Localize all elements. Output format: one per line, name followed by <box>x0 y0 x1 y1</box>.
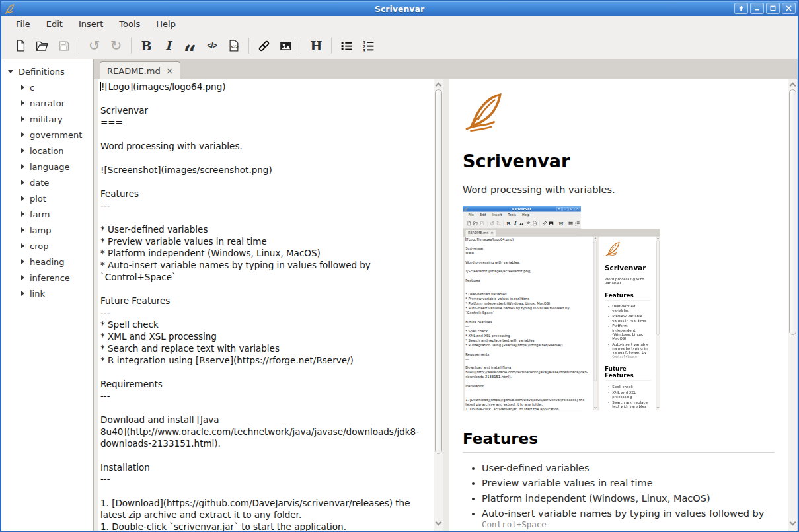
tree-item-link[interactable]: link <box>1 285 93 301</box>
tree-item-government[interactable]: government <box>1 127 93 143</box>
definitions-tree[interactable]: Definitionscnarratormilitarygovernmentlo… <box>1 59 94 531</box>
link-button[interactable] <box>254 36 274 56</box>
tab-close-icon[interactable]: × <box>166 67 174 74</box>
redo-button[interactable]: ↻ <box>106 36 126 56</box>
preview-scrollbar-thumb[interactable] <box>789 89 796 335</box>
editor-line: Word processing with variables. <box>100 141 434 153</box>
preview-bullet: Platform independent (Windows, Linux, Ma… <box>482 493 775 504</box>
editor-line: ![Screenshot](images/screenshot.png) <box>100 165 434 176</box>
inline-code-button[interactable]: </> <box>202 36 222 56</box>
heading-icon: H <box>311 40 323 52</box>
chevron-right-icon[interactable] <box>21 164 24 169</box>
editor-line: --- <box>100 474 434 486</box>
shade-button[interactable] <box>734 3 748 14</box>
new-document-button[interactable] <box>10 36 30 56</box>
save-button[interactable] <box>54 36 74 56</box>
tree-item-military[interactable]: military <box>1 111 93 127</box>
tab-readme[interactable]: README.md × <box>100 61 180 79</box>
chevron-right-icon[interactable] <box>21 259 24 264</box>
editor-line: Future Features <box>100 295 434 307</box>
app-logo-icon <box>4 3 15 15</box>
chevron-right-icon[interactable] <box>21 116 24 122</box>
svg-text:3: 3 <box>363 48 365 52</box>
chevron-right-icon[interactable] <box>21 196 24 201</box>
svg-text:</>: </> <box>534 222 537 225</box>
bullet-list-button[interactable] <box>336 36 357 56</box>
tree-root-label: Definitions <box>19 67 65 77</box>
menu-tools[interactable]: Tools <box>111 17 148 32</box>
markdown-editor[interactable]: ![Logo](images/logo64.png)Scrivenvar===W… <box>98 79 434 531</box>
italic-button[interactable]: I <box>158 36 178 56</box>
tree-item-inference[interactable]: inference <box>1 270 93 285</box>
image-button[interactable] <box>276 36 296 56</box>
tree-item-label: heading <box>30 257 65 267</box>
tree-item-c[interactable]: c <box>1 79 93 95</box>
open-file-button[interactable] <box>32 36 52 56</box>
chevron-right-icon[interactable] <box>21 275 24 280</box>
editor-line: 1. Double-click `scrivenvar.jar` to star… <box>100 521 434 531</box>
tree-item-label: lamp <box>30 225 52 235</box>
chevron-down-icon[interactable] <box>8 70 13 73</box>
window-title: Scrivenvar <box>1 4 798 14</box>
editor-line: --- <box>100 307 434 319</box>
code-file-button[interactable]: </> <box>223 36 244 56</box>
heading-button[interactable]: H <box>306 36 326 56</box>
editor-line: * XML and XSL processing <box>100 331 434 343</box>
chevron-right-icon[interactable] <box>21 243 24 248</box>
tree-item-crop[interactable]: crop <box>1 238 93 254</box>
titlebar[interactable]: Scrivenvar <box>1 1 798 16</box>
editor-line <box>100 212 434 224</box>
chevron-right-icon[interactable] <box>21 132 24 137</box>
editor-line <box>100 402 434 414</box>
chevron-right-icon[interactable] <box>21 291 24 296</box>
preview-scrollbar[interactable] <box>788 79 798 531</box>
new-document-icon <box>14 39 27 52</box>
tree-item-plot[interactable]: plot <box>1 190 93 206</box>
editor-scroll-down-button[interactable] <box>434 520 443 529</box>
menu-help[interactable]: Help <box>148 17 184 32</box>
close-button[interactable] <box>782 3 796 14</box>
editor-line: Download and install [Java <box>100 414 434 426</box>
editor-line: Requirements <box>100 379 434 391</box>
chevron-right-icon[interactable] <box>21 100 24 106</box>
tree-item-label: date <box>30 178 49 188</box>
tree-root-definitions[interactable]: Definitions <box>1 63 93 79</box>
editor-line: * User-defined variables <box>100 224 434 236</box>
tab-label: README.md <box>107 66 161 76</box>
menu-edit[interactable]: Edit <box>38 17 71 32</box>
code-file-icon: </> <box>227 39 241 52</box>
maximize-button[interactable] <box>766 3 780 14</box>
tree-item-narrator[interactable]: narrator <box>1 95 93 111</box>
chevron-right-icon[interactable] <box>21 85 24 90</box>
minimize-button[interactable] <box>750 3 764 14</box>
svg-text:3: 3 <box>576 224 577 226</box>
preview-scroll-up-button[interactable] <box>788 81 797 90</box>
numbered-list-button[interactable]: 123 <box>358 36 379 56</box>
tree-item-farm[interactable]: farm <box>1 206 93 222</box>
chevron-right-icon[interactable] <box>21 227 24 233</box>
tree-item-date[interactable]: date <box>1 174 93 190</box>
menu-insert[interactable]: Insert <box>71 17 111 32</box>
tree-item-location[interactable]: location <box>1 143 93 159</box>
inline-code-icon: </> <box>207 42 216 50</box>
menu-file[interactable]: File <box>8 17 38 32</box>
undo-button[interactable]: ↺ <box>84 36 104 56</box>
editor-scrollbar[interactable] <box>434 79 443 531</box>
editor-scrollbar-thumb[interactable] <box>435 89 442 454</box>
redo-icon: ↻ <box>110 40 122 51</box>
preview-scroll-down-button[interactable] <box>788 520 797 529</box>
chevron-right-icon[interactable] <box>21 211 24 217</box>
tree-item-heading[interactable]: heading <box>1 254 93 270</box>
editor-scroll-up-button[interactable] <box>434 81 443 90</box>
bold-button[interactable]: B <box>136 36 157 56</box>
undo-icon: ↺ <box>89 40 100 51</box>
chevron-right-icon[interactable] <box>21 148 24 153</box>
blockquote-button[interactable]: “ <box>180 36 200 56</box>
chevron-right-icon[interactable] <box>21 180 24 185</box>
tree-item-language[interactable]: language <box>1 159 93 174</box>
splitter-left[interactable] <box>94 79 98 531</box>
splitter-right[interactable] <box>443 79 449 531</box>
tree-item-lamp[interactable]: lamp <box>1 222 93 238</box>
editor-line <box>100 93 434 105</box>
tree-item-label: location <box>30 146 64 156</box>
